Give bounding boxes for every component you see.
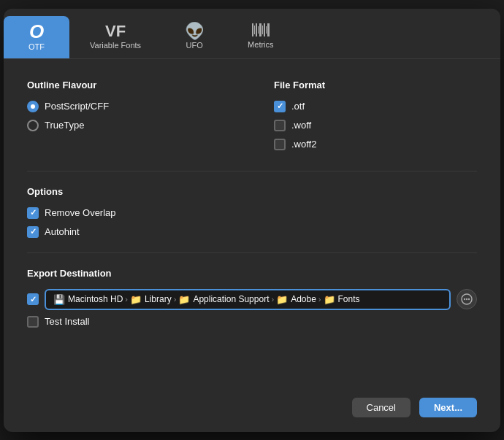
file-format-options: .otf .woff .woff2 [274, 101, 477, 150]
path-seg-appsupport: 📁 Application Support [178, 294, 269, 305]
export-destination-section: Export Destination 💾 Macintosh HD › 📁 Li… [27, 268, 477, 328]
outline-flavour-options: PostScript/CFF TrueType [27, 101, 230, 131]
dialog-content: Outline Flavour PostScript/CFF TrueType … [4, 59, 500, 386]
radio-truetype-indicator [27, 120, 39, 131]
checkbox-woff2-label: .woff2 [291, 139, 316, 150]
radio-postscript-indicator [27, 101, 39, 112]
path-row: 💾 Macintosh HD › 📁 Library › 📁 Applicati… [27, 289, 477, 310]
checkbox-otf-label: .otf [291, 101, 305, 112]
metrics-tab-icon [252, 23, 270, 39]
tab-vf-label: Variable Fonts [90, 41, 141, 50]
checkbox-woff-indicator [274, 120, 286, 131]
ufo-tab-icon: 👽 [185, 23, 205, 39]
svg-rect-0 [252, 23, 253, 36]
svg-rect-5 [262, 26, 263, 34]
sep-2: › [174, 295, 177, 304]
svg-point-11 [466, 298, 467, 300]
svg-rect-3 [258, 26, 259, 34]
next-button[interactable]: Next... [419, 398, 477, 417]
tab-bar: O OTF VF Variable Fonts 👽 UFO [4, 9, 500, 59]
sep-3: › [271, 295, 274, 304]
cancel-button[interactable]: Cancel [352, 398, 411, 417]
checkbox-autohint[interactable]: Autohint [27, 226, 477, 238]
fonts-label: Fonts [338, 294, 360, 304]
outline-flavour-title: Outline Flavour [27, 80, 230, 90]
tab-ufo[interactable]: 👽 UFO [161, 18, 227, 57]
svg-rect-8 [267, 23, 270, 36]
checkbox-remove-overlap-label: Remove Overlap [45, 207, 116, 218]
sep-4: › [318, 295, 321, 304]
radio-postscript-label: PostScript/CFF [45, 101, 109, 112]
checkbox-path-indicator[interactable] [27, 293, 39, 305]
library-label: Library [145, 294, 172, 304]
checkbox-test-install-label: Test Install [45, 316, 89, 327]
svg-point-12 [468, 298, 470, 300]
divider-1 [27, 171, 477, 171]
options-section: Options Remove Overlap Autohint [27, 186, 477, 238]
checkbox-otf-indicator [274, 101, 286, 112]
path-seg-library: 📁 Library [130, 294, 172, 305]
svg-point-10 [464, 298, 465, 300]
tab-metrics[interactable]: Metrics [227, 18, 294, 56]
svg-rect-6 [264, 23, 265, 36]
path-seg-hd: 💾 Macintosh HD [53, 294, 123, 305]
checkbox-test-install-indicator [27, 316, 39, 328]
checkbox-autohint-indicator [27, 226, 39, 238]
top-section: Outline Flavour PostScript/CFF TrueType … [27, 80, 477, 150]
options-items: Remove Overlap Autohint [27, 207, 477, 238]
svg-rect-2 [256, 23, 257, 36]
tab-metrics-label: Metrics [248, 40, 273, 49]
checkbox-remove-overlap-indicator [27, 207, 39, 219]
folder-icon-4: 📁 [324, 294, 335, 305]
export-destination-title: Export Destination [27, 268, 477, 279]
checkbox-remove-overlap[interactable]: Remove Overlap [27, 207, 477, 219]
file-format-section: File Format .otf .woff .woff2 [274, 80, 477, 150]
folder-icon-3: 📁 [276, 294, 288, 305]
hd-icon: 💾 [53, 294, 65, 305]
outline-flavour-section: Outline Flavour PostScript/CFF TrueType [27, 80, 230, 150]
tab-otf-label: OTF [28, 42, 45, 51]
options-title: Options [27, 186, 477, 197]
footer: Cancel Next... [4, 386, 500, 432]
path-picker-button[interactable] [457, 289, 477, 309]
otf-tab-icon: O [29, 22, 44, 41]
svg-rect-7 [266, 26, 267, 34]
tab-ufo-label: UFO [186, 41, 202, 50]
tab-vf[interactable]: VF Variable Fonts [69, 18, 161, 57]
checkbox-woff2-indicator [274, 139, 286, 150]
radio-truetype-label: TrueType [45, 120, 84, 131]
sep-1: › [125, 295, 128, 304]
path-seg-fonts: 📁 Fonts [324, 294, 360, 305]
tab-otf[interactable]: O OTF [4, 16, 69, 58]
file-format-title: File Format [274, 80, 477, 90]
checkbox-woff-label: .woff [291, 120, 311, 131]
vf-tab-icon: VF [105, 23, 126, 39]
path-seg-adobe: 📁 Adobe [276, 294, 316, 305]
hd-label: Macintosh HD [68, 294, 123, 304]
checkbox-woff[interactable]: .woff [274, 120, 477, 131]
radio-postscript[interactable]: PostScript/CFF [27, 101, 230, 112]
divider-2 [27, 252, 477, 253]
radio-truetype[interactable]: TrueType [27, 120, 230, 131]
path-display: 💾 Macintosh HD › 📁 Library › 📁 Applicati… [45, 289, 451, 310]
adobe-label: Adobe [291, 294, 316, 304]
folder-icon-1: 📁 [130, 294, 142, 305]
svg-rect-1 [254, 26, 255, 34]
folder-icon-2: 📁 [178, 294, 190, 305]
checkbox-autohint-label: Autohint [45, 226, 80, 237]
checkbox-test-install[interactable]: Test Install [27, 316, 477, 328]
export-dialog: O OTF VF Variable Fonts 👽 UFO [4, 9, 500, 432]
checkbox-woff2[interactable]: .woff2 [274, 139, 477, 150]
appsupport-label: Application Support [193, 294, 269, 304]
svg-rect-4 [259, 23, 261, 36]
checkbox-otf[interactable]: .otf [274, 101, 477, 112]
